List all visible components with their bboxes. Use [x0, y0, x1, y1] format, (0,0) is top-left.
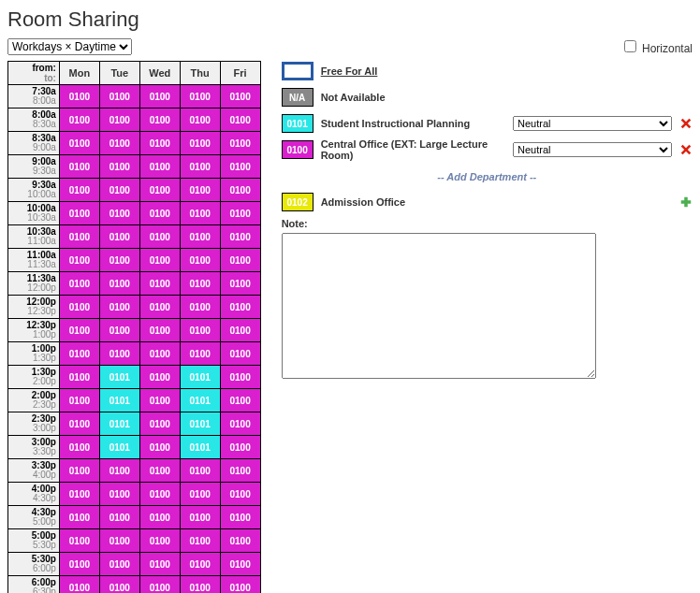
grid-cell[interactable]: 0100	[99, 179, 139, 202]
grid-cell[interactable]: 0100	[180, 132, 220, 155]
grid-cell[interactable]: 0100	[99, 553, 139, 576]
grid-cell[interactable]: 0100	[59, 412, 99, 436]
grid-cell[interactable]: 0100	[59, 202, 99, 225]
remove-icon[interactable]	[679, 143, 693, 156]
grid-cell[interactable]: 0100	[139, 132, 180, 155]
grid-cell[interactable]: 0100	[220, 249, 260, 272]
grid-cell[interactable]: 0100	[139, 459, 180, 483]
grid-cell[interactable]: 0100	[59, 108, 99, 132]
grid-cell[interactable]: 0100	[99, 225, 139, 249]
grid-cell[interactable]: 0100	[220, 412, 260, 436]
grid-cell[interactable]: 0100	[139, 553, 180, 576]
grid-cell[interactable]: 0100	[59, 225, 99, 249]
grid-cell[interactable]: 0100	[220, 506, 260, 529]
grid-cell[interactable]: 0100	[220, 576, 260, 594]
grid-cell[interactable]: 0100	[59, 576, 99, 594]
grid-cell[interactable]: 0100	[139, 529, 180, 553]
grid-cell[interactable]: 0100	[59, 272, 99, 296]
remove-icon[interactable]	[679, 117, 693, 130]
grid-cell[interactable]: 0100	[59, 155, 99, 179]
grid-cell[interactable]: 0100	[220, 389, 260, 412]
grid-cell[interactable]: 0100	[139, 342, 180, 366]
grid-cell[interactable]: 0100	[139, 389, 180, 412]
grid-cell[interactable]: 0100	[59, 529, 99, 553]
grid-cell[interactable]: 0100	[59, 366, 99, 389]
grid-cell[interactable]: 0100	[220, 459, 260, 483]
grid-cell[interactable]: 0100	[99, 155, 139, 179]
grid-cell[interactable]: 0100	[99, 249, 139, 272]
grid-cell[interactable]: 0100	[220, 202, 260, 225]
grid-cell[interactable]: 0101	[180, 389, 220, 412]
grid-cell[interactable]: 0100	[99, 483, 139, 506]
grid-cell[interactable]: 0100	[99, 272, 139, 296]
grid-cell[interactable]: 0100	[139, 272, 180, 296]
grid-cell[interactable]: 0100	[220, 342, 260, 366]
grid-cell[interactable]: 0100	[180, 483, 220, 506]
grid-cell[interactable]: 0100	[99, 319, 139, 342]
grid-cell[interactable]: 0100	[139, 249, 180, 272]
grid-cell[interactable]: 0100	[59, 436, 99, 459]
legend-free-link[interactable]: Free For All	[321, 65, 378, 77]
grid-cell[interactable]: 0100	[139, 506, 180, 529]
grid-cell[interactable]: 0100	[220, 132, 260, 155]
legend-free[interactable]: Free For All	[282, 61, 693, 81]
grid-cell[interactable]: 0100	[139, 202, 180, 225]
grid-cell[interactable]: 0100	[139, 412, 180, 436]
grid-cell[interactable]: 0100	[59, 389, 99, 412]
horizontal-checkbox[interactable]	[624, 40, 636, 52]
grid-cell[interactable]: 0100	[59, 459, 99, 483]
grid-cell[interactable]: 0100	[59, 553, 99, 576]
grid-cell[interactable]: 0100	[220, 296, 260, 319]
grid-cell[interactable]: 0100	[139, 576, 180, 594]
grid-cell[interactable]: 0100	[220, 436, 260, 459]
grid-cell[interactable]: 0100	[220, 366, 260, 389]
grid-cell[interactable]: 0100	[220, 483, 260, 506]
grid-cell[interactable]: 0101	[99, 389, 139, 412]
grid-cell[interactable]: 0100	[59, 483, 99, 506]
grid-cell[interactable]: 0100	[220, 179, 260, 202]
grid-cell[interactable]: 0100	[99, 576, 139, 594]
grid-cell[interactable]: 0101	[99, 436, 139, 459]
grid-cell[interactable]: 0100	[139, 436, 180, 459]
grid-cell[interactable]: 0100	[99, 108, 139, 132]
grid-cell[interactable]: 0100	[220, 155, 260, 179]
grid-cell[interactable]: 0100	[180, 179, 220, 202]
grid-cell[interactable]: 0101	[180, 366, 220, 389]
grid-cell[interactable]: 0100	[99, 85, 139, 108]
grid-cell[interactable]: 0100	[99, 202, 139, 225]
grid-cell[interactable]: 0100	[99, 132, 139, 155]
grid-cell[interactable]: 0100	[180, 85, 220, 108]
grid-cell[interactable]: 0100	[59, 85, 99, 108]
grid-cell[interactable]: 0100	[99, 506, 139, 529]
grid-cell[interactable]: 0100	[99, 296, 139, 319]
grid-cell[interactable]: 0100	[59, 506, 99, 529]
pref-select-0101[interactable]: Neutral	[513, 116, 672, 131]
grid-cell[interactable]: 0100	[139, 296, 180, 319]
plus-icon[interactable]	[679, 195, 693, 209]
grid-cell[interactable]: 0100	[139, 85, 180, 108]
grid-cell[interactable]: 0100	[180, 108, 220, 132]
grid-cell[interactable]: 0100	[180, 576, 220, 594]
grid-cell[interactable]: 0101	[99, 366, 139, 389]
grid-cell[interactable]: 0100	[180, 225, 220, 249]
grid-cell[interactable]: 0100	[99, 459, 139, 483]
grid-cell[interactable]: 0100	[180, 529, 220, 553]
grid-cell[interactable]: 0100	[220, 225, 260, 249]
grid-cell[interactable]: 0100	[139, 366, 180, 389]
grid-cell[interactable]: 0100	[99, 529, 139, 553]
grid-cell[interactable]: 0100	[220, 553, 260, 576]
pref-select-0100[interactable]: Neutral	[513, 142, 672, 157]
horizontal-toggle-label[interactable]: Horizontal	[620, 37, 693, 55]
grid-cell[interactable]: 0100	[139, 108, 180, 132]
mode-select[interactable]: Workdays × Daytime	[7, 38, 132, 55]
grid-cell[interactable]: 0100	[220, 272, 260, 296]
grid-cell[interactable]: 0100	[180, 319, 220, 342]
grid-cell[interactable]: 0100	[180, 155, 220, 179]
note-textarea[interactable]	[282, 233, 596, 379]
grid-cell[interactable]: 0100	[59, 342, 99, 366]
grid-cell[interactable]: 0100	[180, 296, 220, 319]
grid-cell[interactable]: 0100	[59, 249, 99, 272]
grid-cell[interactable]: 0100	[59, 319, 99, 342]
grid-cell[interactable]: 0100	[220, 85, 260, 108]
grid-cell[interactable]: 0100	[139, 179, 180, 202]
